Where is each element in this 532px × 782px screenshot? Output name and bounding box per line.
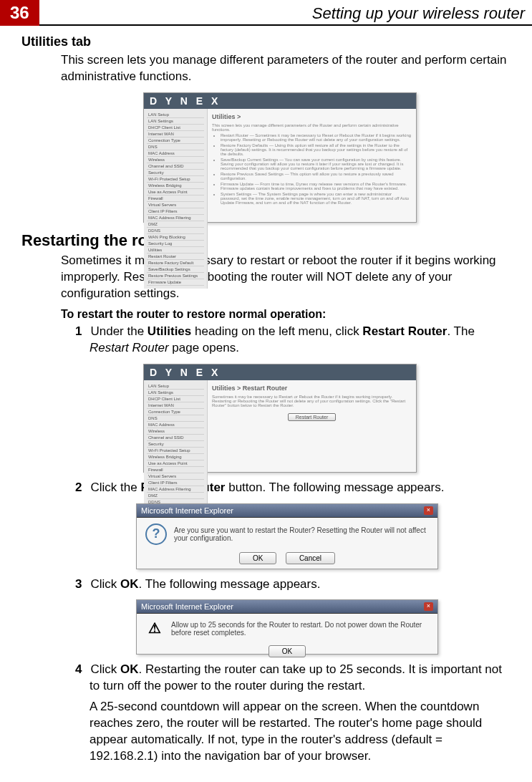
sidebar-item[interactable]: Use as Access Point xyxy=(147,189,204,196)
sidebar-item[interactable]: Save/Backup Settings xyxy=(147,266,204,273)
dialog-message: Are you sure you want to restart the Rou… xyxy=(174,526,429,542)
sidebar-item[interactable]: DNS xyxy=(147,415,204,422)
utilities-bullet: System Settings — The System Settings pa… xyxy=(221,192,412,205)
dialog-titlebar: Microsoft Internet Explorer × xyxy=(137,600,437,614)
dialog-title-text: Microsoft Internet Explorer xyxy=(141,602,233,611)
sidebar-item[interactable]: Connection Type xyxy=(147,137,204,144)
sidebar-item[interactable]: DNS xyxy=(147,144,204,150)
sidebar-item[interactable]: Client IP Filters xyxy=(147,208,204,215)
sidebar-item[interactable]: Wi-Fi Protected Setup xyxy=(147,176,204,183)
sidebar-item[interactable]: DHCP Client List xyxy=(147,125,204,131)
sidebar-item[interactable]: Client IP Filters xyxy=(147,480,204,486)
section-utilities-tab-body: This screen lets you manage different pa… xyxy=(61,52,511,85)
step-3: 3Click OK. The following message appears… xyxy=(75,576,511,593)
sidebar-item[interactable]: Use as Access Point xyxy=(147,460,204,467)
sidebar-item[interactable]: Virtual Servers xyxy=(147,202,204,208)
sidebar-item[interactable]: MAC Address xyxy=(147,422,204,428)
sidebar-item[interactable]: Channel and SSID xyxy=(147,435,204,441)
sidebar-item[interactable]: MAC Address Filtering xyxy=(147,486,204,493)
utilities-bullet: Restart Router — Sometimes it may be nec… xyxy=(221,133,412,142)
dialog-title-text: Microsoft Internet Explorer xyxy=(141,506,233,515)
sidebar-item[interactable]: Wireless Bridging xyxy=(147,183,204,189)
ok-button[interactable]: OK xyxy=(269,645,306,657)
screenshot-utilities-page: D Y N E X LAN SetupLAN SettingsDHCP Clie… xyxy=(143,92,417,223)
sidebar-item[interactable]: MAC Address Filtering xyxy=(147,215,204,221)
page-number: 36 xyxy=(0,0,39,26)
sidebar-item[interactable]: DMZ xyxy=(147,221,204,228)
sidebar-item[interactable]: MAC Address xyxy=(147,150,204,157)
sidebar-item[interactable]: Firewall xyxy=(147,467,204,473)
sidebar-item[interactable]: Security Log xyxy=(147,241,204,247)
step-4-para2: A 25-second countdown will appear on the… xyxy=(90,699,511,765)
sidebar-item[interactable]: DMZ xyxy=(147,493,204,499)
restart-procedure-heading: To restart the router to restore normal … xyxy=(61,308,511,321)
section-utilities-tab-title: Utilities tab xyxy=(21,34,511,49)
sidebar-item[interactable]: Security xyxy=(147,170,204,176)
sidebar-item[interactable]: Wi-Fi Protected Setup xyxy=(147,448,204,454)
restart-router-body: Sometimes it may be necessary to Restart… xyxy=(212,395,412,407)
step-1: 1Under the Utilities heading on the left… xyxy=(75,324,511,357)
sidebar-item[interactable]: Security xyxy=(147,441,204,448)
utilities-bullet: Save/Backup Current Settings — You can s… xyxy=(221,158,412,170)
sidebar-item[interactable]: WAN Ping Blocking xyxy=(147,234,204,241)
sidebar-item[interactable]: Wireless Bridging xyxy=(147,454,204,460)
utilities-intro: This screen lets you manage different pa… xyxy=(212,123,412,132)
sidebar-item[interactable]: Restart Router xyxy=(147,254,204,260)
sidebar-item[interactable]: Wireless xyxy=(147,428,204,435)
page-header: 36 Setting up your wireless router xyxy=(0,0,532,26)
sidebar-item[interactable]: Wireless xyxy=(147,157,204,163)
screenshot-info-dialog: Microsoft Internet Explorer × ⚠ Allow up… xyxy=(136,599,438,655)
utilities-bullet: Restore Factory Defaults — Using this op… xyxy=(221,143,412,156)
brand-bar: D Y N E X xyxy=(144,365,416,380)
router-sidebar: LAN SetupLAN SettingsDHCP Client ListInt… xyxy=(144,109,208,289)
screenshot-restart-router-page: D Y N E X LAN SetupLAN SettingsDHCP Clie… xyxy=(143,364,417,473)
utilities-heading: Utilities > xyxy=(212,113,412,120)
sidebar-item[interactable]: Utilities xyxy=(147,247,204,254)
utilities-bullet: Restore Previous Saved Settings — This o… xyxy=(221,172,412,180)
close-icon[interactable]: × xyxy=(424,506,433,515)
utilities-bullet: Firmware Update — From time to time, Dyn… xyxy=(221,182,412,190)
question-icon: ? xyxy=(145,523,167,545)
sidebar-item[interactable]: Channel and SSID xyxy=(147,163,204,170)
dialog-message: Allow up to 25 seconds for the Router to… xyxy=(171,621,429,637)
sidebar-item[interactable]: Restore Previous Settings xyxy=(147,273,204,279)
dialog-titlebar: Microsoft Internet Explorer × xyxy=(137,504,437,518)
sidebar-item[interactable]: Connection Type xyxy=(147,409,204,415)
sidebar-item[interactable]: Internet WAN xyxy=(147,131,204,137)
cancel-button[interactable]: Cancel xyxy=(286,552,335,564)
header-title: Setting up your wireless router xyxy=(39,4,532,26)
sidebar-item[interactable]: Restore Factory Default xyxy=(147,260,204,266)
sidebar-item[interactable]: LAN Setup xyxy=(147,112,204,118)
sidebar-item[interactable]: LAN Settings xyxy=(147,390,204,396)
brand-bar: D Y N E X xyxy=(144,93,416,109)
close-icon[interactable]: × xyxy=(424,602,433,611)
sidebar-item[interactable]: DDNS xyxy=(147,228,204,234)
restart-router-heading: Utilities > Restart Router xyxy=(212,385,412,392)
sidebar-item[interactable]: LAN Settings xyxy=(147,118,204,125)
restart-router-button[interactable]: Restart Router xyxy=(288,413,337,421)
sidebar-item[interactable]: Firewall xyxy=(147,196,204,202)
sidebar-item[interactable]: Firmware Update xyxy=(147,279,204,286)
sidebar-item[interactable]: Internet WAN xyxy=(147,402,204,409)
step-4: 4Click OK. Restarting the router can tak… xyxy=(75,662,511,765)
sidebar-item[interactable]: DHCP Client List xyxy=(147,396,204,402)
sidebar-item[interactable]: Virtual Servers xyxy=(147,473,204,480)
sidebar-item[interactable]: LAN Setup xyxy=(147,383,204,390)
warning-icon: ⚠ xyxy=(145,619,164,638)
ok-button[interactable]: OK xyxy=(239,552,276,564)
screenshot-confirm-dialog: Microsoft Internet Explorer × ? Are you … xyxy=(136,503,438,569)
